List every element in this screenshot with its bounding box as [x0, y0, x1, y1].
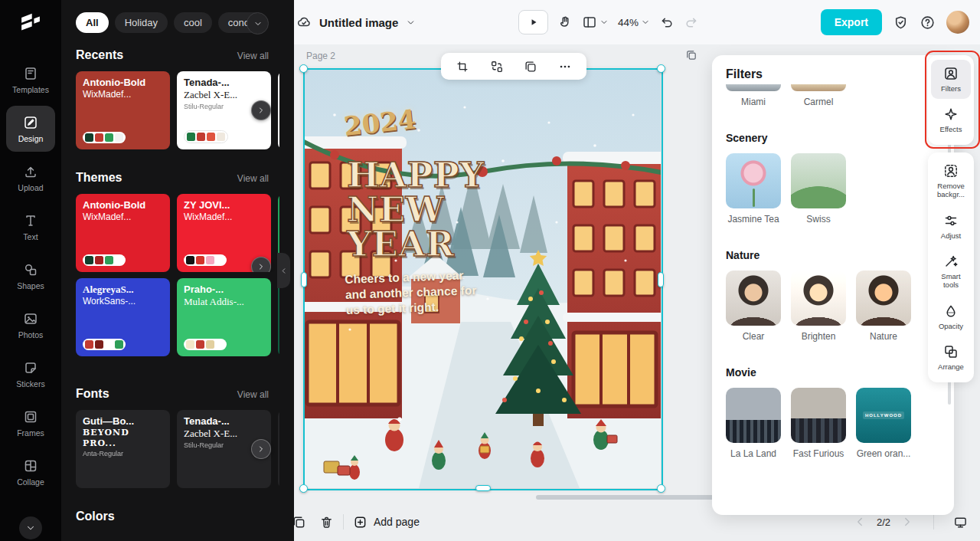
sidebar-item-shapes[interactable]: Shapes: [6, 253, 55, 299]
help-icon[interactable]: [920, 15, 936, 31]
sidebar-item-design[interactable]: Design: [6, 106, 55, 152]
filter-item[interactable]: La La Land: [726, 388, 781, 459]
resize-handle-bottom-right[interactable]: [657, 484, 665, 493]
sidebar-item-collage[interactable]: Collage: [6, 449, 55, 495]
card-title: AlegreyaS...: [83, 284, 163, 296]
template-card[interactable]: Antonio-Bold WixMadef...: [76, 194, 170, 272]
filter-item[interactable]: Fast Furious: [791, 388, 846, 459]
page-duplicate-icon[interactable]: [685, 49, 697, 61]
resize-handle-top-right[interactable]: [657, 64, 665, 73]
template-card[interactable]: Praho-... Mulat Addis-...: [177, 278, 271, 356]
resize-handle-left[interactable]: [301, 272, 307, 287]
fonts-next-arrow[interactable]: [251, 439, 271, 459]
filter-thumb: [726, 153, 781, 208]
card-title: Tenada-...: [184, 416, 264, 428]
font-card-partial[interactable]: G Ha: [278, 410, 279, 488]
recents-next-arrow[interactable]: [251, 100, 271, 120]
sidebar-item-photos[interactable]: Photos: [6, 302, 55, 348]
filter-item[interactable]: Swiss: [791, 153, 846, 225]
themes-next-arrow[interactable]: [251, 257, 271, 272]
opacity-icon: [943, 303, 959, 319]
sidebar-item-templates[interactable]: Templates: [6, 57, 55, 103]
tool-arrange[interactable]: Arrange: [931, 338, 971, 377]
resize-handle-bottom[interactable]: [475, 485, 491, 491]
chip-holiday[interactable]: Holiday: [115, 12, 168, 33]
crop-icon[interactable]: [456, 60, 469, 74]
card-title: ZY JOVI...: [184, 200, 264, 211]
sidebar-item-stickers[interactable]: Stickers: [6, 351, 55, 397]
add-page-button[interactable]: Add page: [353, 515, 420, 530]
font-card[interactable]: Guti—Bo... BEYOND PRO... Anta-Regular: [76, 410, 170, 488]
resize-handle-right[interactable]: [658, 272, 664, 287]
filter-label: Nature: [856, 331, 911, 342]
benefits-badge-icon[interactable]: [893, 15, 909, 31]
upload-icon: [23, 164, 38, 179]
sidebar-item-upload[interactable]: Upload: [6, 155, 55, 201]
replace-icon[interactable]: [490, 60, 504, 74]
fonts-view-all-link[interactable]: View all: [237, 389, 269, 400]
colors-section-header: Colors: [76, 510, 269, 523]
sidebar-item-frames[interactable]: Frames: [6, 400, 55, 446]
add-page-icon: [353, 515, 368, 530]
sidebar-collapse-button[interactable]: [19, 516, 42, 539]
color-swatch: [186, 256, 194, 264]
redo-icon[interactable]: [684, 15, 699, 30]
tool-smart-tools[interactable]: Smart tools: [931, 248, 971, 296]
filter-item[interactable]: Carmel: [791, 84, 846, 107]
avatar[interactable]: [946, 11, 969, 34]
duplicate-icon[interactable]: [524, 60, 537, 74]
filters-panel-title: Filters: [726, 67, 763, 81]
export-button[interactable]: Export: [821, 9, 882, 35]
recents-view-all-link[interactable]: View all: [237, 51, 269, 61]
filter-item[interactable]: Nature: [856, 270, 911, 342]
chip-all[interactable]: All: [76, 12, 109, 33]
canvas-page[interactable]: 2024 HAPPY NEW YEAR Cheers to a new year…: [304, 69, 661, 488]
template-card[interactable]: Antonio-Bold WixMadef...: [76, 71, 170, 149]
tool-adjust[interactable]: Adjust: [931, 207, 971, 246]
filters-partial-row: Miami Carmel: [726, 84, 940, 107]
tool-opacity[interactable]: Opacity: [931, 297, 971, 336]
chips-expand-button[interactable]: [247, 12, 269, 34]
undo-icon[interactable]: [659, 15, 675, 30]
tool-effects[interactable]: Effects: [931, 100, 971, 139]
panel-collapse-handle[interactable]: [277, 253, 290, 288]
resize-handle-top-left[interactable]: [299, 64, 308, 73]
template-card-partial[interactable]: H: [278, 71, 279, 149]
filter-item[interactable]: Miami: [726, 84, 781, 107]
themes-view-all-link[interactable]: View all: [237, 173, 269, 184]
template-card-partial[interactable]: C L: [278, 278, 279, 356]
chip-cool[interactable]: cool: [174, 12, 212, 33]
filter-item[interactable]: HOLLYWOOD Green oran...: [856, 388, 911, 459]
sidebar-item-label: Upload: [18, 183, 43, 192]
present-button[interactable]: [953, 515, 968, 530]
filter-item[interactable]: Jasmine Tea: [726, 153, 781, 225]
sidebar-item-text[interactable]: Text: [6, 204, 55, 250]
resize-handle-bottom-left[interactable]: [299, 484, 308, 493]
page-label: Page 2: [306, 51, 335, 61]
delete-page-button[interactable]: [319, 515, 334, 530]
layout-switcher[interactable]: [582, 15, 609, 30]
filter-label: La La Land: [726, 448, 781, 459]
tool-filters[interactable]: Filters: [931, 60, 971, 99]
filter-item[interactable]: Brighten: [791, 270, 846, 342]
filter-item[interactable]: Clear: [726, 270, 781, 342]
color-swatch: [105, 340, 113, 349]
chevron-right-icon: [256, 262, 266, 271]
document-title[interactable]: Untitled image: [319, 16, 398, 29]
card-subtitle: Zacbel X-E...: [184, 428, 264, 440]
more-options-icon[interactable]: [558, 60, 572, 74]
zoom-control[interactable]: 44%: [618, 17, 650, 28]
right-tool-rail: Filters Effects Remove backgr... Adjust: [928, 55, 974, 382]
chevron-down-icon[interactable]: [406, 18, 416, 28]
tool-remove-background[interactable]: Remove backgr...: [931, 157, 971, 205]
capcut-logo-icon[interactable]: [16, 9, 45, 35]
color-swatch: [105, 256, 113, 264]
filter-thumb: [791, 388, 846, 443]
next-page-icon[interactable]: [900, 515, 914, 529]
save-status-icon[interactable]: [296, 15, 312, 30]
template-card[interactable]: AlegreyaS... WorkSans-...: [76, 278, 170, 356]
canvas-illustration[interactable]: [304, 69, 661, 488]
previous-page-icon[interactable]: [853, 515, 867, 529]
hand-tool-icon[interactable]: [557, 15, 573, 30]
preview-play-button[interactable]: [518, 10, 548, 34]
